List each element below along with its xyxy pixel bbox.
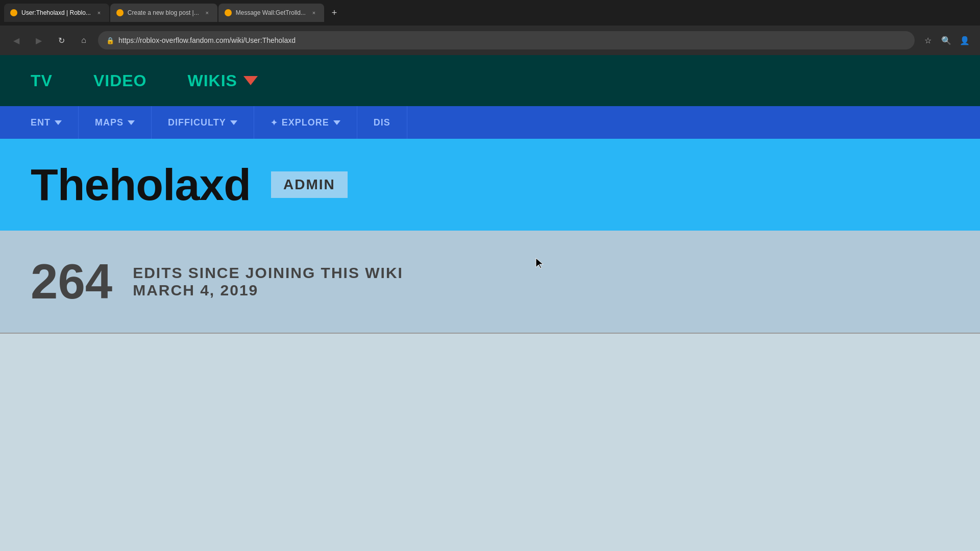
tab-1-close[interactable]: ×	[95, 9, 103, 17]
tab-2-title: Create a new blog post |...	[128, 9, 199, 16]
tab-2-close[interactable]: ×	[203, 9, 211, 17]
tab-1-title: User:Theholaxd | Roblo...	[21, 9, 91, 16]
search-button[interactable]: 🔍	[939, 33, 953, 47]
back-icon: ◀	[13, 36, 19, 45]
wiki-subnav: ENT MAPS DIFFICULTY ✦ EXPLORE DIS	[0, 106, 980, 139]
profile-username: Theholaxd	[31, 162, 251, 207]
bookmark-button[interactable]: ☆	[921, 33, 935, 47]
page-wrapper: User:Theholaxd | Roblo... × Create a new…	[0, 0, 980, 551]
subnav-item-difficulty[interactable]: DIFFICULTY	[152, 106, 254, 139]
subnav-item-content[interactable]: ENT	[0, 106, 79, 139]
subnav-item-maps[interactable]: MAPS	[79, 106, 152, 139]
wikis-dropdown-arrow	[243, 76, 258, 85]
home-button[interactable]: ⌂	[76, 32, 92, 48]
tab-3-title: Message Wall:GetTrolld...	[236, 9, 306, 16]
tab-bar: User:Theholaxd | Roblo... × Create a new…	[0, 0, 980, 26]
subnav-difficulty-arrow	[230, 120, 237, 125]
subnav-content-label: ENT	[31, 117, 51, 128]
subnav-explore-arrow	[333, 120, 340, 125]
url-text: https://roblox-overflow.fandom.com/wiki/…	[118, 36, 906, 44]
profile-icon: 👤	[960, 36, 970, 45]
edits-label: EDITS SINCE JOINING THIS WIKI	[133, 264, 403, 282]
subnav-explore-label: EXPLORE	[282, 117, 329, 128]
tab-3-close[interactable]: ×	[310, 9, 318, 17]
browser-actions: ☆ 🔍 👤	[921, 33, 972, 47]
tab-3-favicon	[225, 9, 232, 16]
profile-stats-divider	[0, 333, 980, 334]
forward-button[interactable]: ▶	[31, 32, 47, 48]
subnav-maps-label: MAPS	[95, 117, 124, 128]
admin-badge[interactable]: ADMIN	[271, 171, 348, 198]
back-button[interactable]: ◀	[8, 32, 24, 48]
subnav-difficulty-label: DIFFICULTY	[168, 117, 226, 128]
explore-icon: ✦	[271, 118, 278, 128]
fandom-header: TV VIDEO WIKIS	[0, 55, 980, 106]
search-icon: 🔍	[941, 36, 951, 45]
tab-3[interactable]: Message Wall:GetTrolld... ×	[218, 4, 324, 22]
subnav-item-dis[interactable]: DIS	[357, 106, 407, 139]
bookmark-icon: ☆	[924, 36, 932, 45]
tab-1[interactable]: User:Theholaxd | Roblo... ×	[4, 4, 109, 22]
subnav-maps-arrow	[128, 120, 135, 125]
edits-count: 264	[31, 257, 112, 306]
reload-button[interactable]: ↻	[53, 32, 69, 48]
forward-icon: ▶	[36, 36, 42, 45]
tab-2[interactable]: Create a new blog post |... ×	[110, 4, 217, 22]
new-tab-button[interactable]: +	[327, 6, 341, 20]
home-icon: ⌂	[81, 36, 86, 45]
browser-chrome: User:Theholaxd | Roblo... × Create a new…	[0, 0, 980, 55]
profile-stats: 264 EDITS SINCE JOINING THIS WIKI MARCH …	[0, 231, 980, 333]
tab-1-favicon	[10, 9, 17, 16]
subnav-content-arrow	[55, 120, 62, 125]
subnav-item-explore[interactable]: ✦ EXPLORE	[254, 106, 357, 139]
address-bar: ◀ ▶ ↻ ⌂ 🔒 https://roblox-overflow.fandom…	[0, 26, 980, 55]
profile-button[interactable]: 👤	[958, 33, 972, 47]
reload-icon: ↻	[58, 36, 65, 45]
nav-item-wikis[interactable]: WIKIS	[187, 71, 257, 90]
url-bar[interactable]: 🔒 https://roblox-overflow.fandom.com/wik…	[98, 31, 915, 49]
profile-header: Theholaxd ADMIN	[0, 139, 980, 231]
join-date: MARCH 4, 2019	[133, 282, 403, 299]
tab-2-favicon	[116, 9, 124, 16]
subnav-dis-label: DIS	[374, 117, 390, 128]
nav-item-video[interactable]: VIDEO	[93, 71, 147, 90]
edits-info: EDITS SINCE JOINING THIS WIKI MARCH 4, 2…	[133, 264, 403, 299]
lock-icon: 🔒	[106, 37, 114, 44]
nav-item-tv[interactable]: TV	[31, 71, 53, 90]
